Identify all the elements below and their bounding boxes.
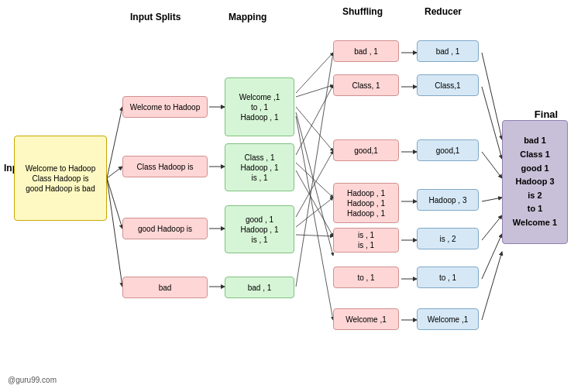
header-shuffling: Shuffling [342,6,383,17]
reducer-6: to , 1 [417,266,479,288]
svg-line-10 [296,107,333,151]
map-3: good , 1Hadoop , 1is , 1 [225,205,294,253]
svg-line-8 [296,53,333,93]
svg-line-29 [482,152,502,178]
svg-line-32 [482,234,502,279]
map-1: Welcome ,1to , 1Hadoop , 1 [225,77,294,136]
svg-line-19 [296,53,333,287]
reducer-5: is , 2 [417,228,479,249]
shuffle-4: Hadoop , 1Hadoop , 1Hadoop , 1 [333,183,399,223]
watermark: @guru99.com [8,376,57,384]
svg-line-2 [107,178,122,229]
shuffle-1: bad , 1 [333,40,399,62]
svg-line-18 [296,235,333,236]
split-2: Class Hadoop is [122,156,208,177]
split-3: good Hadoop is [122,218,208,239]
header-reducer: Reducer [425,6,462,17]
final-output: bad 1Class 1good 1Hadoop 3is 2to 1Welcom… [502,120,568,244]
input-box: Welcome to HadoopClass Hadoop isgood Had… [14,136,107,221]
map-2: Class , 1Hadoop , 1is , 1 [225,143,294,191]
svg-line-11 [296,112,333,256]
shuffle-2: Class, 1 [333,74,399,96]
header-input-splits: Input Splits [130,12,180,22]
svg-line-3 [107,178,122,287]
svg-line-0 [107,107,122,178]
shuffle-7: Welcome ,1 [333,308,399,330]
header-mapping: Mapping [229,12,266,22]
svg-line-33 [482,252,502,320]
reducer-2: Class,1 [417,74,479,96]
shuffle-5: is , 1is , 1 [333,228,399,253]
svg-line-27 [482,53,502,139]
reducer-1: bad , 1 [417,40,479,62]
svg-line-31 [482,215,502,240]
svg-line-30 [482,198,502,201]
svg-line-13 [296,85,333,155]
reducer-7: Welcome ,1 [417,308,479,330]
reducer-3: good,1 [417,139,479,161]
shuffle-3: good,1 [333,139,399,161]
map-4: bad , 1 [225,277,294,298]
split-1: Welcome to Hadoop [122,96,208,118]
svg-line-16 [296,151,333,217]
reducer-4: Hadoop , 3 [417,189,479,211]
svg-line-9 [296,85,333,97]
svg-line-17 [296,198,333,227]
shuffle-6: to , 1 [333,266,399,288]
svg-line-14 [296,163,333,198]
svg-line-28 [482,87,502,159]
svg-line-1 [107,167,122,178]
split-4: bad [122,277,208,298]
mapreduce-diagram: Input Splits Mapping Shuffling Reducer F… [0,0,581,392]
svg-line-12 [296,116,333,320]
svg-line-15 [296,170,333,236]
